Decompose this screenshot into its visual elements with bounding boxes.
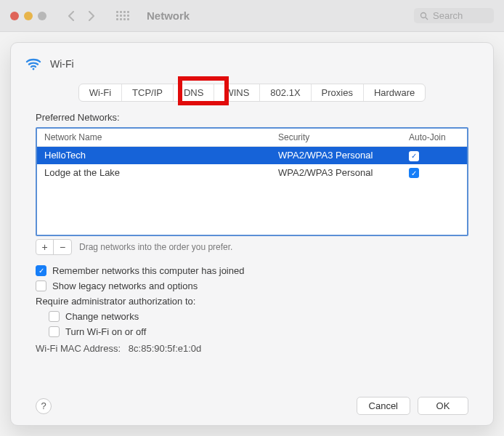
admin-auth-label: Require administrator authorization to:	[36, 296, 468, 307]
mac-address-value: 8c:85:90:5f:e1:0d	[129, 343, 201, 354]
tab-8021x[interactable]: 802.1X	[260, 84, 311, 101]
table-header: Network Name Security Auto-Join	[37, 129, 467, 147]
turn-wifi-checkbox[interactable]	[49, 326, 60, 337]
tab-hardware[interactable]: Hardware	[364, 84, 425, 101]
drag-hint: Drag networks into the order you prefer.	[79, 242, 232, 252]
preferred-networks-table: Network Name Security Auto-Join HelloTec…	[36, 127, 468, 236]
show-legacy-label: Show legacy networks and options	[52, 280, 198, 291]
change-networks-checkbox[interactable]	[49, 311, 60, 322]
help-button[interactable]: ?	[36, 398, 52, 414]
svg-point-2	[33, 68, 35, 70]
tab-dns[interactable]: DNS	[174, 84, 214, 101]
sheet-title: Wi-Fi	[50, 58, 74, 70]
column-network-name[interactable]: Network Name	[44, 132, 278, 142]
auto-join-checkbox[interactable]: ✓	[409, 151, 419, 161]
network-security-cell: WPA2/WPA3 Personal	[278, 167, 409, 178]
mac-address-label: Wi-Fi MAC Address:	[36, 343, 121, 354]
column-auto-join[interactable]: Auto-Join	[409, 132, 460, 142]
ok-button[interactable]: OK	[418, 397, 468, 415]
network-security-cell: WPA2/WPA3 Personal	[278, 150, 409, 161]
tab-bar: Wi-Fi TCP/IP DNS WINS 802.1X Proxies Har…	[78, 84, 426, 102]
show-legacy-checkbox[interactable]	[36, 280, 46, 291]
add-network-button[interactable]: +	[36, 240, 54, 254]
table-row[interactable]: HelloTech WPA2/WPA3 Personal ✓	[37, 147, 467, 164]
table-row[interactable]: Lodge at the Lake WPA2/WPA3 Personal ✓	[37, 164, 467, 182]
tab-wifi[interactable]: Wi-Fi	[79, 84, 122, 101]
turn-wifi-label: Turn Wi-Fi on or off	[65, 326, 146, 337]
preferred-networks-label: Preferred Networks:	[36, 112, 468, 123]
add-remove-buttons: + −	[36, 239, 72, 255]
column-security[interactable]: Security	[278, 132, 409, 142]
tab-tcpip[interactable]: TCP/IP	[122, 84, 174, 101]
wifi-icon	[24, 54, 43, 73]
remember-networks-label: Remember networks this computer has join…	[52, 265, 244, 276]
tab-wins[interactable]: WINS	[214, 84, 260, 101]
change-networks-label: Change networks	[65, 311, 139, 322]
network-name-cell: HelloTech	[44, 150, 278, 161]
auto-join-checkbox[interactable]: ✓	[409, 168, 419, 178]
tab-proxies[interactable]: Proxies	[312, 84, 364, 101]
remove-network-button[interactable]: −	[54, 240, 71, 254]
cancel-button[interactable]: Cancel	[357, 397, 410, 415]
remember-networks-checkbox[interactable]: ✓	[36, 265, 46, 276]
wifi-settings-sheet: Wi-Fi Wi-Fi TCP/IP DNS WINS 802.1X Proxi…	[10, 42, 494, 426]
network-name-cell: Lodge at the Lake	[44, 167, 278, 178]
